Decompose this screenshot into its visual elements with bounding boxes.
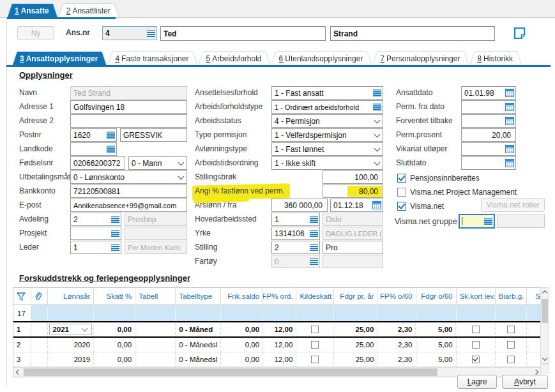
- grid-checkbox[interactable]: [472, 326, 480, 333]
- fodselsnr-field[interactable]: 02066200372: [70, 156, 125, 170]
- lookup-icon[interactable]: [111, 230, 119, 237]
- perm-fra-dato-field[interactable]: [461, 100, 516, 114]
- grid-filter-cell[interactable]: [135, 305, 176, 321]
- grid-filter-cell[interactable]: [496, 305, 527, 321]
- yrke-field[interactable]: 1314106: [271, 227, 320, 240]
- grid-row[interactable]: 120210,000 - Måned0,0012,0025,002,305,00…: [13, 321, 541, 338]
- grid-filter-cell[interactable]: [377, 305, 416, 321]
- perm-prosent-field[interactable]: 20,00: [461, 128, 516, 142]
- visma-roller-button[interactable]: Visma.net roller: [481, 198, 545, 212]
- note-icon[interactable]: [513, 27, 526, 40]
- calendar-icon[interactable]: [505, 145, 514, 153]
- tab-utenlandsopplysninger[interactable]: 6Utenlandsopplysninger: [272, 52, 372, 65]
- calendar-icon[interactable]: [505, 89, 514, 97]
- last-name-field[interactable]: Strand: [330, 26, 495, 41]
- grid-filter-cell[interactable]: [296, 305, 333, 321]
- scroll-left-arrow[interactable]: [13, 368, 24, 377]
- sluttdato-field[interactable]: [461, 156, 516, 170]
- grid-filter-cell[interactable]: [416, 305, 457, 321]
- tab-personalopplysninger[interactable]: 7Personalopplysninger: [373, 52, 468, 65]
- lookup-icon[interactable]: [310, 244, 318, 251]
- grid-checkbox[interactable]: [507, 356, 515, 363]
- grid-col-header[interactable]: Skatt %: [527, 288, 541, 305]
- lookup-icon[interactable]: [373, 89, 381, 96]
- type-permisjon-select[interactable]: 1 - Velferdspermisjon: [271, 128, 383, 142]
- ansnr-field[interactable]: 4: [102, 26, 157, 40]
- arbeidsforholdstype-field[interactable]: 1 - Ordinært arbeidsforhold: [271, 100, 383, 114]
- ansettelsesforhold-field[interactable]: 1 - Fast ansatt: [271, 86, 383, 100]
- horizontal-scroll-thumb[interactable]: [24, 368, 437, 376]
- arslonn-date-field[interactable]: 01.12.18: [330, 199, 383, 212]
- grid-col-header[interactable]: FP% ord.: [263, 288, 296, 305]
- grid-col-header[interactable]: Sk.kort lev.: [457, 288, 496, 305]
- gender-select[interactable]: 0 - Mann: [128, 156, 187, 170]
- grid-col-header[interactable]: Kildeskatt: [296, 288, 333, 305]
- grid-checkbox[interactable]: [507, 341, 515, 349]
- new-button[interactable]: Ny: [17, 26, 54, 40]
- grid-filter-row[interactable]: 17: [13, 305, 541, 321]
- grid-filter-cell[interactable]: [48, 305, 94, 321]
- grid-col-header[interactable]: Fdgr pr. år: [334, 288, 378, 305]
- lookup-icon[interactable]: [310, 216, 318, 223]
- vikariat-utloper-field[interactable]: [461, 142, 516, 156]
- landkode-field[interactable]: [70, 142, 117, 156]
- grid-filter-cell[interactable]: [31, 305, 49, 321]
- lookup-icon[interactable]: [373, 103, 381, 110]
- tab-arbeidsforhold[interactable]: 5Arbeidsforhold: [199, 52, 270, 65]
- calendar-icon[interactable]: [505, 117, 514, 125]
- visma-project-checkbox[interactable]: [397, 188, 406, 197]
- grid-col-header[interactable]: Fdgr o/60: [416, 288, 457, 305]
- cancel-button[interactable]: Avbryt: [502, 375, 548, 389]
- lookup-icon[interactable]: [107, 146, 115, 153]
- arbeidsstatus-select[interactable]: 4 - Permisjon: [271, 114, 383, 128]
- visma-net-checkbox[interactable]: [397, 202, 406, 211]
- grid-row[interactable]: 320190,000 - Månedsl0,0012,0025,002,305,…: [13, 352, 541, 367]
- visma-gruppe-field[interactable]: [459, 214, 495, 229]
- grid-checkbox[interactable]: [507, 326, 515, 333]
- bankkonto-field[interactable]: 72120500881: [70, 185, 187, 198]
- stillingsbrok-field[interactable]: 100,00: [323, 170, 383, 184]
- grid-filter-cell[interactable]: [221, 305, 263, 321]
- scroll-down-arrow[interactable]: [540, 353, 550, 363]
- grid-col-header[interactable]: FP% o/60: [377, 288, 416, 305]
- grid-col-header[interactable]: Frik.saldo: [221, 288, 263, 305]
- arslonn-field[interactable]: 360 000,00: [271, 199, 328, 212]
- stilling-name-field[interactable]: Pro: [323, 241, 383, 254]
- angi-fastlonn-field[interactable]: 80,00: [323, 185, 383, 198]
- avdeling-field[interactable]: 2: [70, 213, 121, 226]
- grid-filter-header[interactable]: [13, 288, 31, 305]
- grid-filter-cell[interactable]: [176, 305, 221, 321]
- forventet-tilbake-field[interactable]: [461, 114, 516, 128]
- grid-filter-cell[interactable]: [527, 305, 541, 321]
- lookup-icon[interactable]: [107, 132, 115, 139]
- calendar-icon[interactable]: [505, 159, 514, 167]
- leder-field[interactable]: 1: [70, 241, 121, 254]
- tab-faste-transaksjoner[interactable]: 4Faste transaksjoner: [108, 52, 197, 65]
- grid-filter-cell[interactable]: [94, 305, 135, 321]
- grid-col-header[interactable]: Tabelltype: [176, 288, 221, 305]
- lookup-icon[interactable]: [310, 230, 318, 237]
- adresse1-field[interactable]: Golfsvingen 18: [70, 100, 187, 114]
- tab-historikk[interactable]: 8Historikk: [470, 52, 521, 65]
- vertical-scroll-thumb[interactable]: [542, 299, 548, 323]
- avlonningstype-select[interactable]: 1 - Fast lønnet: [271, 142, 383, 156]
- arbeidstidsordning-select[interactable]: 1 - Ikke skift: [271, 156, 383, 170]
- grid-checkbox[interactable]: [311, 341, 319, 349]
- grid-filter-cell[interactable]: [457, 305, 496, 321]
- lookup-icon[interactable]: [111, 244, 119, 251]
- utbetalingsmate-select[interactable]: 0 - Lønnskonto: [70, 170, 187, 184]
- lookup-icon[interactable]: [147, 30, 155, 37]
- adresse2-field[interactable]: [70, 114, 187, 128]
- save-button[interactable]: Lagre: [457, 375, 497, 389]
- lookup-icon[interactable]: [111, 216, 119, 223]
- lookup-icon[interactable]: [484, 218, 492, 225]
- prosjekt-field[interactable]: [70, 227, 121, 240]
- grid-row[interactable]: 220200,000 - Månedsl0,0012,0025,002,305,…: [13, 338, 541, 352]
- pensjonsinnberettes-checkbox[interactable]: [397, 174, 406, 183]
- calendar-icon[interactable]: [372, 201, 381, 209]
- grid-col-header[interactable]: Skatt %: [94, 288, 135, 305]
- grid-col-header[interactable]: Tabell: [135, 288, 176, 305]
- tab-ansattopplysninger[interactable]: 3Ansattopplysninger: [13, 52, 106, 65]
- epost-field[interactable]: Annikenabsence+99@gmail.com: [70, 199, 187, 212]
- grid-attach-header[interactable]: [31, 288, 49, 305]
